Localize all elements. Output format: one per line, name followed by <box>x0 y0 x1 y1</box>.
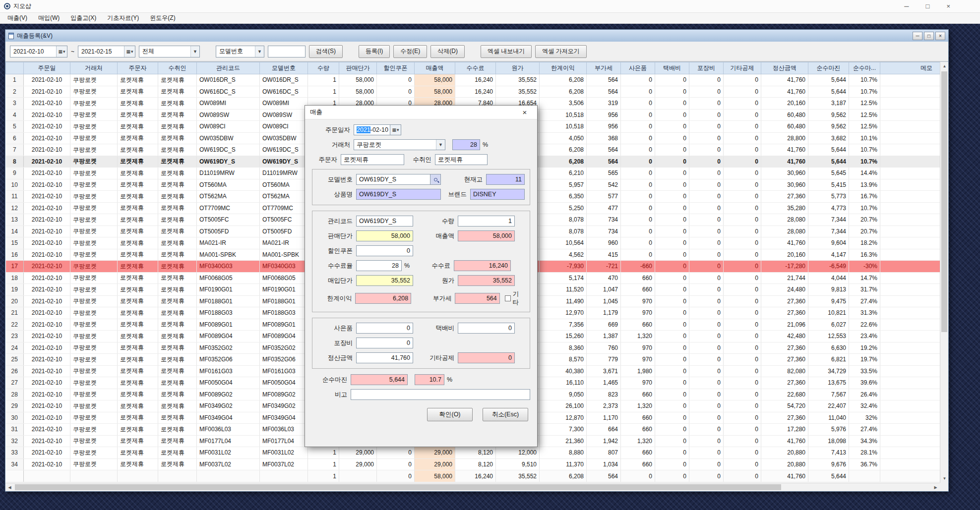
excel-import-button[interactable]: 엑셀 가져오기 <box>535 45 586 58</box>
scroll-left-icon[interactable]: ◀ <box>5 483 14 491</box>
horizontal-scrollbar[interactable]: ◀ ▶ <box>5 483 940 491</box>
column-header[interactable]: 수수료 <box>455 62 496 74</box>
field-select[interactable]: 모델번호 ▼ <box>216 46 264 57</box>
date-to-input[interactable]: 2021-02-15 ▦▾ <box>78 46 135 57</box>
search-icon[interactable] <box>430 174 441 185</box>
mgmt-code-input[interactable]: OW619DY_S <box>356 216 413 227</box>
scroll-up-icon[interactable]: ▲ <box>940 62 948 70</box>
vendor-select[interactable]: 쿠팡로켓 ▼ <box>354 139 445 150</box>
maximize-icon[interactable]: □ <box>926 2 930 10</box>
edit-button[interactable]: 수정(E) <box>393 45 427 58</box>
column-header[interactable]: 거래처 <box>70 62 118 74</box>
note-input[interactable] <box>351 389 530 400</box>
scope-select[interactable]: 전체 ▼ <box>139 46 200 57</box>
cell: 3,506 <box>540 98 587 110</box>
ok-button[interactable]: 확인(O) <box>427 408 473 421</box>
child-minimize-icon[interactable]: ─ <box>913 32 922 40</box>
cell: 9,050 <box>540 389 587 400</box>
cell: 0 <box>689 284 724 296</box>
search-button[interactable]: 검색(S) <box>309 45 343 58</box>
menu-basedata[interactable]: 기초자료(Y) <box>102 12 144 24</box>
cell: 29,000 <box>415 447 455 459</box>
column-header[interactable]: 부가세 <box>587 62 621 74</box>
etc-checkbox[interactable] <box>505 295 511 301</box>
column-header[interactable]: 주문일 <box>24 62 70 74</box>
calendar-icon[interactable]: ▦▾ <box>124 46 135 57</box>
model-groupbox: 모델번호 OW619DY_S 현재고 11 상품명 OW619DY_S 브랜드 … <box>312 169 530 205</box>
orderer-input[interactable]: 로켓제휴 <box>341 154 404 165</box>
cell: 27,360 <box>761 342 808 354</box>
column-header[interactable]: 모델번호 <box>260 62 308 74</box>
child-titlebar: 매출등록(&V) ─ □ × <box>5 30 948 42</box>
cell: D11019MRW <box>260 168 308 179</box>
cell: 0 <box>689 470 724 482</box>
fee-rate-input[interactable]: 28 <box>356 260 402 271</box>
menu-purchase[interactable]: 매입(W) <box>33 12 65 24</box>
minimize-icon[interactable]: ─ <box>904 2 909 10</box>
column-header[interactable]: 포장비 <box>689 62 724 74</box>
cell: 2021-02-10 <box>24 249 70 261</box>
vertical-scrollbar[interactable]: ▲ ▼ <box>940 62 948 483</box>
packing-input[interactable]: 0 <box>356 338 413 348</box>
horizontal-scroll-thumb[interactable] <box>15 484 781 490</box>
model-no-input[interactable]: OW619DY_S <box>356 174 430 185</box>
column-header[interactable]: 정산금액 <box>761 62 808 74</box>
delete-button[interactable]: 삭제(D) <box>430 45 465 58</box>
column-header[interactable]: 기타공제 <box>724 62 761 74</box>
column-header[interactable]: 수취인 <box>158 62 197 74</box>
calendar-icon[interactable]: ▦▾ <box>56 46 67 57</box>
scroll-right-icon[interactable]: ▶ <box>931 483 940 491</box>
cell: OW089CI <box>260 121 308 133</box>
column-header[interactable]: 매출액 <box>415 62 455 74</box>
date-from-input[interactable]: 2021-02-10 ▦▾ <box>10 46 67 57</box>
search-input[interactable] <box>268 46 306 57</box>
menu-window[interactable]: 윈도우(Z) <box>144 12 181 24</box>
scroll-down-icon[interactable]: ▼ <box>940 474 948 483</box>
excel-export-button[interactable]: 엑셀 내보내기 <box>481 45 532 58</box>
cell: 0 <box>621 109 655 121</box>
close-icon[interactable]: × <box>946 2 950 10</box>
row-number: 29 <box>6 400 24 412</box>
child-restore-icon[interactable]: □ <box>924 32 934 40</box>
table-row[interactable]: 342021-02-10쿠팡로켓로켓제휴로켓제휴MF0037L02MF0037L… <box>6 458 949 470</box>
cell: 로켓제휴 <box>118 249 158 261</box>
cancel-button[interactable]: 취소(Esc) <box>483 408 528 421</box>
unit-price-input[interactable]: 58,000 <box>356 230 413 241</box>
column-header[interactable]: 관리코드 <box>197 62 260 74</box>
column-header[interactable]: 주문자 <box>118 62 158 74</box>
column-header[interactable]: 수량 <box>308 62 339 74</box>
row-number: 25 <box>6 354 24 366</box>
column-header[interactable]: 택배비 <box>655 62 689 74</box>
column-header[interactable]: 순수마진 <box>808 62 849 74</box>
cell: 0 <box>724 295 761 307</box>
cell: 쿠팡로켓 <box>70 354 118 366</box>
cell: 16,240 <box>455 86 496 98</box>
register-button[interactable]: 등록(I) <box>359 45 390 58</box>
order-date-input[interactable]: 2021-02-10 <box>354 124 390 135</box>
menu-inout[interactable]: 입출고(X) <box>65 12 102 24</box>
qty-input[interactable]: 1 <box>458 216 515 227</box>
column-header[interactable]: 할인쿠폰 <box>377 62 415 74</box>
column-header[interactable]: 순수마... <box>849 62 880 74</box>
purchase-price-input[interactable]: 35,552 <box>356 275 413 286</box>
column-header[interactable]: 판매단가 <box>339 62 377 74</box>
shipping-input[interactable]: 0 <box>458 323 515 334</box>
child-close-icon[interactable]: × <box>935 32 945 40</box>
cell: 664 <box>587 424 621 436</box>
calendar-icon[interactable]: ▦▾ <box>390 124 401 135</box>
table-row[interactable]: 332021-02-10쿠팡로켓로켓제휴로켓제휴MF0031L02MF0031L… <box>6 447 949 459</box>
coupon-input[interactable]: 0 <box>356 245 413 256</box>
cell: 0 <box>724 389 761 400</box>
column-header[interactable]: 한계이익 <box>540 62 587 74</box>
dialog-close-icon[interactable]: × <box>517 108 532 116</box>
column-header[interactable]: 사은품 <box>621 62 655 74</box>
table-row[interactable]: 22021-02-10쿠팡로켓로켓제휴로켓제휴OW616DC_SOW616DC_… <box>6 86 949 98</box>
vertical-scroll-thumb[interactable] <box>941 71 947 332</box>
cell: 로켓제휴 <box>118 377 158 389</box>
menu-sales[interactable]: 매출(V) <box>2 12 33 24</box>
column-header[interactable]: 원가 <box>496 62 540 74</box>
receiver-input[interactable]: 로켓제휴 <box>435 154 488 165</box>
gift-input[interactable]: 0 <box>356 323 413 334</box>
table-row[interactable]: 12021-02-10쿠팡로켓로켓제휴로켓제휴OW016DR_SOW016DR_… <box>6 74 949 86</box>
column-header[interactable]: 메모 <box>880 62 949 74</box>
